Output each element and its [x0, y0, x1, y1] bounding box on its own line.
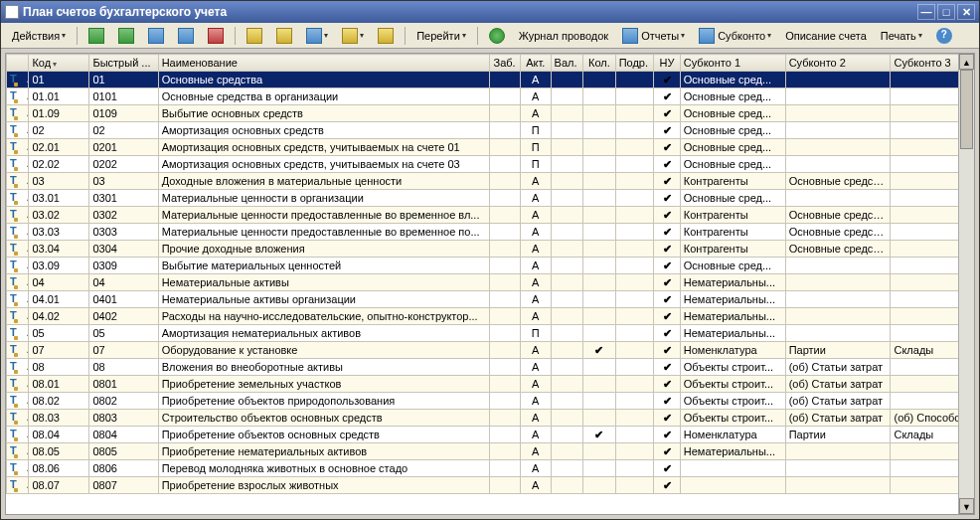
- table-row[interactable]: T03.010301Материальные ценности в органи…: [7, 190, 974, 207]
- account-icon: T: [10, 89, 26, 102]
- subkonto-icon: [699, 28, 715, 44]
- account-icon: T: [10, 478, 26, 491]
- account-icon: T: [10, 208, 26, 221]
- add-button[interactable]: [83, 26, 109, 46]
- account-icon: T: [10, 123, 26, 136]
- col-icon[interactable]: [7, 55, 29, 72]
- help-button[interactable]: ?: [931, 26, 957, 46]
- description-button[interactable]: Описание счета: [780, 26, 872, 46]
- add-icon: [88, 28, 104, 44]
- account-icon: T: [10, 326, 26, 339]
- account-icon: T: [10, 259, 26, 271]
- delete-icon: [208, 28, 224, 44]
- toolbar: Действия Перейти Журнал проводок Отчеты …: [1, 23, 979, 49]
- col-val[interactable]: Вал.: [551, 55, 583, 72]
- table-row[interactable]: T03.040304Прочие доходные вложенияА✔Конт…: [7, 241, 974, 258]
- account-icon: T: [10, 394, 26, 407]
- account-icon: T: [10, 461, 26, 474]
- account-icon: T: [10, 292, 26, 305]
- accounts-grid: Код Быстрый ... Наименование Заб. Акт. В…: [5, 53, 975, 515]
- col-podr[interactable]: Подр.: [615, 55, 654, 72]
- table-row[interactable]: T04.010401Нематериальные активы организа…: [7, 291, 974, 308]
- clear-filter-button[interactable]: [373, 26, 399, 46]
- table-row[interactable]: T01.090109Выбытие основных средствА✔Осно…: [7, 105, 974, 122]
- actions-menu[interactable]: Действия: [7, 26, 71, 46]
- filter-button[interactable]: [337, 26, 369, 46]
- col-name[interactable]: Наименование: [158, 55, 490, 72]
- table-row[interactable]: T03.090309Выбытие материальных ценностей…: [7, 258, 974, 274]
- add-group-icon: [118, 28, 134, 44]
- col-sub2[interactable]: Субконто 2: [785, 55, 891, 72]
- table-row[interactable]: T08.010801Приобретение земельных участко…: [7, 376, 974, 393]
- table-row[interactable]: T08.070807Приобретение взрослых животных…: [7, 477, 974, 494]
- account-icon: T: [10, 140, 26, 153]
- col-zab[interactable]: Заб.: [490, 55, 521, 72]
- app-window: План счетов бухгалтерского учета — □ ✕ Д…: [0, 0, 980, 520]
- delete-button[interactable]: [203, 26, 229, 46]
- account-icon: T: [10, 343, 26, 356]
- account-icon: T: [10, 191, 26, 204]
- account-icon: T: [10, 242, 26, 255]
- scroll-up-arrow[interactable]: ▲: [959, 54, 974, 70]
- goto-menu[interactable]: Перейти: [411, 26, 471, 46]
- account-icon: T: [10, 377, 26, 390]
- close-button[interactable]: ✕: [957, 4, 975, 20]
- table-row[interactable]: T0101Основные средстваА✔Основные сред...: [7, 72, 974, 88]
- col-nu[interactable]: НУ: [654, 55, 680, 72]
- table-row[interactable]: T02.010201Амортизация основных средств, …: [7, 139, 974, 156]
- subkonto-menu[interactable]: Субконто: [694, 26, 776, 46]
- col-fast[interactable]: Быстрый ...: [89, 55, 158, 72]
- table-row[interactable]: T08.050805Приобретение нематериальных ак…: [7, 443, 974, 460]
- reports-menu[interactable]: Отчеты: [617, 26, 690, 46]
- account-icon: T: [10, 428, 26, 440]
- account-icon: T: [10, 106, 26, 119]
- table-row[interactable]: T0404Нематериальные активыА✔Нематериальн…: [7, 274, 974, 291]
- journal-button[interactable]: Журнал проводок: [514, 26, 613, 46]
- titlebar: План счетов бухгалтерского учета — □ ✕: [1, 1, 979, 23]
- edit-button[interactable]: [173, 26, 199, 46]
- account-icon: T: [10, 411, 26, 424]
- table-row[interactable]: T08.060806Перевод молодняка животных в о…: [7, 460, 974, 477]
- account-icon: T: [10, 73, 26, 86]
- table-row[interactable]: T01.010101Основные средства в организаци…: [7, 88, 974, 105]
- table-row[interactable]: T04.020402Расходы на научно-исследовател…: [7, 308, 974, 325]
- scroll-thumb[interactable]: [960, 70, 973, 149]
- maximize-button[interactable]: □: [937, 4, 955, 20]
- table-row[interactable]: T08.040804Приобретение объектов основных…: [7, 427, 974, 443]
- table-row[interactable]: T0707Оборудование к установкеА✔✔Номенкла…: [7, 342, 974, 359]
- col-kol[interactable]: Кол.: [583, 55, 616, 72]
- table-row[interactable]: T08.030803Строительство объектов основны…: [7, 410, 974, 427]
- vertical-scrollbar[interactable]: ▲ ▼: [958, 54, 974, 514]
- move-down-button[interactable]: [271, 26, 297, 46]
- clear-filter-icon: [378, 28, 394, 44]
- table-row[interactable]: T0808Вложения во внеоборотные активыА✔Об…: [7, 359, 974, 376]
- up-icon: [246, 28, 262, 44]
- copy-button[interactable]: [143, 26, 169, 46]
- minimize-button[interactable]: —: [917, 4, 935, 20]
- move-up-button[interactable]: [242, 26, 267, 46]
- table-row[interactable]: T03.030303Материальные ценности предоста…: [7, 224, 974, 241]
- account-icon: T: [10, 225, 26, 238]
- filter-icon: [342, 28, 358, 44]
- account-icon: T: [10, 309, 26, 322]
- table-row[interactable]: T0202Амортизация основных средствП✔Основ…: [7, 122, 974, 139]
- table-row[interactable]: T02.020202Амортизация основных средств, …: [7, 156, 974, 173]
- print-menu[interactable]: Печать: [876, 26, 927, 46]
- table-row[interactable]: T08.020802Приобретение объектов природоп…: [7, 393, 974, 410]
- account-icon: T: [10, 174, 26, 187]
- table-row[interactable]: T03.020302Материальные ценности предоста…: [7, 207, 974, 224]
- col-sub1[interactable]: Субконто 1: [680, 55, 785, 72]
- app-icon: [5, 5, 19, 19]
- col-kod[interactable]: Код: [29, 55, 89, 72]
- table-row[interactable]: T0505Амортизация нематериальных активовП…: [7, 325, 974, 342]
- reports-icon: [622, 28, 638, 44]
- add-group-button[interactable]: [113, 26, 139, 46]
- refresh-button[interactable]: [484, 26, 510, 46]
- col-akt[interactable]: Акт.: [521, 55, 552, 72]
- edit-icon: [178, 28, 194, 44]
- table-row[interactable]: T0303Доходные вложения в материальные це…: [7, 173, 974, 190]
- hierarchy-button[interactable]: [301, 26, 333, 46]
- account-icon: T: [10, 157, 26, 170]
- scroll-down-arrow[interactable]: ▼: [959, 498, 974, 514]
- hierarchy-icon: [306, 28, 322, 44]
